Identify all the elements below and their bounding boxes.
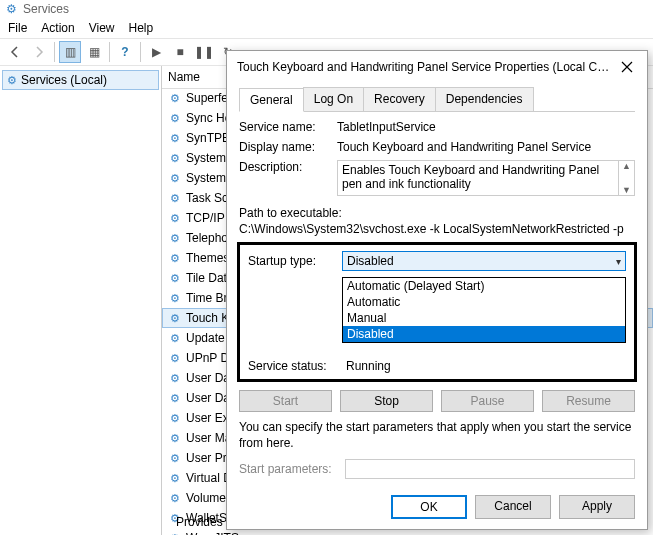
gear-icon: ⚙ xyxy=(168,152,182,165)
menu-action[interactable]: Action xyxy=(41,21,74,35)
menu-view[interactable]: View xyxy=(89,21,115,35)
label-path: Path to executable: xyxy=(239,206,342,220)
menu-file[interactable]: File xyxy=(8,21,27,35)
play-button[interactable]: ▶ xyxy=(145,41,167,63)
gear-icon: ⚙ xyxy=(168,332,182,345)
gear-icon: ⚙ xyxy=(168,272,182,285)
tab-recovery[interactable]: Recovery xyxy=(363,87,436,111)
dialog-title: Touch Keyboard and Handwriting Panel Ser… xyxy=(237,60,617,74)
gear-icon: ⚙ xyxy=(168,412,182,425)
service-properties-dialog: Touch Keyboard and Handwriting Panel Ser… xyxy=(226,50,648,530)
value-display-name: Touch Keyboard and Handwriting Panel Ser… xyxy=(337,140,635,154)
dialog-footer-buttons: OK Cancel Apply xyxy=(391,495,635,519)
show-hide-tree-button[interactable]: ▥ xyxy=(59,41,81,63)
gear-icon: ⚙ xyxy=(168,212,182,225)
startup-type-selected: Disabled xyxy=(347,254,394,268)
scroll-up-icon[interactable]: ▲ xyxy=(622,161,631,171)
label-startup-type: Startup type: xyxy=(248,254,334,268)
gear-icon: ⚙ xyxy=(168,532,182,536)
startup-option[interactable]: Disabled xyxy=(343,326,625,342)
startup-option[interactable]: Manual xyxy=(343,310,625,326)
start-params-input xyxy=(345,459,635,479)
pause-button[interactable]: Pause xyxy=(441,390,534,412)
gear-icon: ⚙ xyxy=(168,472,182,485)
toolbar-separator xyxy=(109,42,110,62)
gear-icon: ⚙ xyxy=(168,372,182,385)
label-display-name: Display name: xyxy=(239,140,337,154)
help-button[interactable]: ? xyxy=(114,41,136,63)
label-service-name: Service name: xyxy=(239,120,337,134)
startup-type-highlight: Startup type: Disabled ▾ Automatic (Dela… xyxy=(237,242,637,382)
close-button[interactable] xyxy=(617,57,637,77)
dialog-title-bar[interactable]: Touch Keyboard and Handwriting Panel Ser… xyxy=(227,51,647,83)
resume-button[interactable]: Resume xyxy=(542,390,635,412)
gear-icon: ⚙ xyxy=(168,392,182,405)
gear-icon: ⚙ xyxy=(168,452,182,465)
control-button-row: Start Stop Pause Resume xyxy=(239,390,635,412)
value-description: Enables Touch Keyboard and Handwriting P… xyxy=(337,160,619,196)
service-name-label: Themes xyxy=(186,251,229,265)
startup-type-dropdown[interactable]: Automatic (Delayed Start)AutomaticManual… xyxy=(342,277,626,343)
label-description: Description: xyxy=(239,160,337,174)
gear-icon: ⚙ xyxy=(168,312,182,325)
label-service-status: Service status: xyxy=(248,359,346,373)
tree-root-label: Services (Local) xyxy=(21,73,107,87)
startup-option[interactable]: Automatic xyxy=(343,294,625,310)
tab-logon[interactable]: Log On xyxy=(303,87,364,111)
tree-panel: ⚙ Services (Local) xyxy=(0,66,162,535)
apply-button[interactable]: Apply xyxy=(559,495,635,519)
window-title: Services xyxy=(23,2,69,16)
gear-icon: ⚙ xyxy=(168,352,182,365)
gear-icon: ⚙ xyxy=(7,74,17,87)
startup-type-combobox[interactable]: Disabled ▾ xyxy=(342,251,626,271)
start-button[interactable]: Start xyxy=(239,390,332,412)
gear-icon: ⚙ xyxy=(168,492,182,505)
gear-icon: ⚙ xyxy=(168,192,182,205)
gear-icon: ⚙ xyxy=(168,112,182,125)
export-list-button[interactable]: ▦ xyxy=(83,41,105,63)
description-scrollbar[interactable]: ▲▼ xyxy=(619,160,635,196)
gear-icon: ⚙ xyxy=(168,292,182,305)
services-icon: ⚙ xyxy=(6,2,17,16)
pause-button[interactable]: ❚❚ xyxy=(193,41,215,63)
value-service-status: Running xyxy=(346,359,391,373)
toolbar-separator xyxy=(140,42,141,62)
menu-help[interactable]: Help xyxy=(129,21,154,35)
gear-icon: ⚙ xyxy=(168,172,182,185)
stop-button[interactable]: ■ xyxy=(169,41,191,63)
startup-option[interactable]: Automatic (Delayed Start) xyxy=(343,278,625,294)
value-service-name: TabletInputService xyxy=(337,120,635,134)
forward-button[interactable] xyxy=(28,41,50,63)
cancel-button[interactable]: Cancel xyxy=(475,495,551,519)
gear-icon: ⚙ xyxy=(168,232,182,245)
gear-icon: ⚙ xyxy=(168,92,182,105)
menu-bar: File Action View Help xyxy=(0,18,653,38)
stop-button[interactable]: Stop xyxy=(340,390,433,412)
gear-icon: ⚙ xyxy=(168,252,182,265)
chevron-down-icon: ▾ xyxy=(616,256,621,267)
gear-icon: ⚙ xyxy=(168,132,182,145)
tab-general[interactable]: General xyxy=(239,88,304,112)
toolbar-separator xyxy=(54,42,55,62)
dialog-tabs: General Log On Recovery Dependencies xyxy=(239,87,635,112)
gear-icon: ⚙ xyxy=(168,432,182,445)
window-title-bar: ⚙ Services xyxy=(0,0,653,18)
back-button[interactable] xyxy=(4,41,26,63)
tree-root-services-local[interactable]: ⚙ Services (Local) xyxy=(2,70,159,90)
tab-dependencies[interactable]: Dependencies xyxy=(435,87,534,111)
value-path: C:\Windows\System32\svchost.exe -k Local… xyxy=(239,222,635,236)
label-start-params: Start parameters: xyxy=(239,462,337,476)
start-params-note: You can specify the start parameters tha… xyxy=(239,420,635,451)
scroll-down-icon[interactable]: ▼ xyxy=(622,185,631,195)
ok-button[interactable]: OK xyxy=(391,495,467,519)
